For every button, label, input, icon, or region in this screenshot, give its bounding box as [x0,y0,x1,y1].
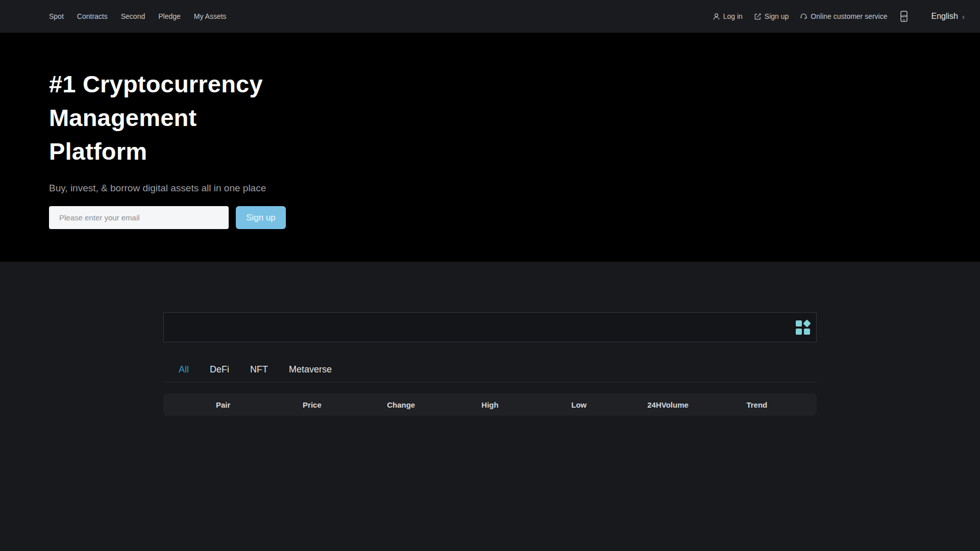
nav-item-my-assets[interactable]: My Assets [194,12,227,20]
market-table-body [163,416,817,548]
category-grid-icon[interactable] [796,320,810,335]
nav-item-spot[interactable]: Spot [49,12,64,20]
chevron-left-icon: ‹ [962,13,965,20]
login-label: Log in [723,12,743,20]
headset-icon [800,13,807,20]
column-pair: Pair [179,400,267,409]
column-low: Low [534,400,623,409]
nav-item-contracts[interactable]: Contracts [77,12,108,20]
language-label: English [932,12,958,21]
svg-text:APP: APP [901,15,907,18]
login-button[interactable]: Log in [713,12,743,20]
tab-all[interactable]: All [179,364,189,375]
tab-metaverse[interactable]: Metaverse [289,364,332,375]
column-trend: Trend [713,400,801,409]
market-section: All DeFi NFT Metaverse Pair Price Change… [163,262,817,548]
grid-square [796,329,802,335]
signup-button[interactable]: Sign up [236,206,286,229]
hero-subtitle: Buy, invest, & borrow digital assets all… [49,183,980,194]
email-signup-form: Sign up [49,206,980,229]
language-selector[interactable]: English ‹ [932,12,965,21]
column-price: Price [267,400,356,409]
grid-square [796,320,802,327]
hero-section: #1 Cryptocurrency Management Platform Bu… [0,33,980,262]
app-download-icon[interactable]: APP [899,10,909,22]
nav-menu: Spot Contracts Second Pledge My Assets [49,12,227,20]
user-icon [713,13,720,20]
page-title: #1 Cryptocurrency Management Platform [49,67,294,168]
signup-label: Sign up [765,12,789,20]
nav-item-pledge[interactable]: Pledge [158,12,181,20]
column-high: High [446,400,534,409]
tab-defi[interactable]: DeFi [210,364,229,375]
nav-item-second[interactable]: Second [121,12,145,20]
grid-diamond [803,319,811,328]
top-navbar: Spot Contracts Second Pledge My Assets L… [0,0,980,33]
nav-actions: Log in Sign up Online customer service [713,10,965,22]
column-24hvolume: 24HVolume [623,400,712,409]
edit-icon [754,13,762,20]
market-banner [163,312,817,342]
customer-service-button[interactable]: Online customer service [800,12,887,20]
customer-service-label: Online customer service [811,12,887,20]
tab-nft[interactable]: NFT [250,364,268,375]
email-input[interactable] [49,206,229,229]
column-change: Change [357,400,446,409]
market-tabs: All DeFi NFT Metaverse [163,342,817,382]
signup-link[interactable]: Sign up [754,12,789,20]
grid-square [804,329,810,335]
market-table-header: Pair Price Change High Low 24HVolume Tre… [163,393,817,416]
